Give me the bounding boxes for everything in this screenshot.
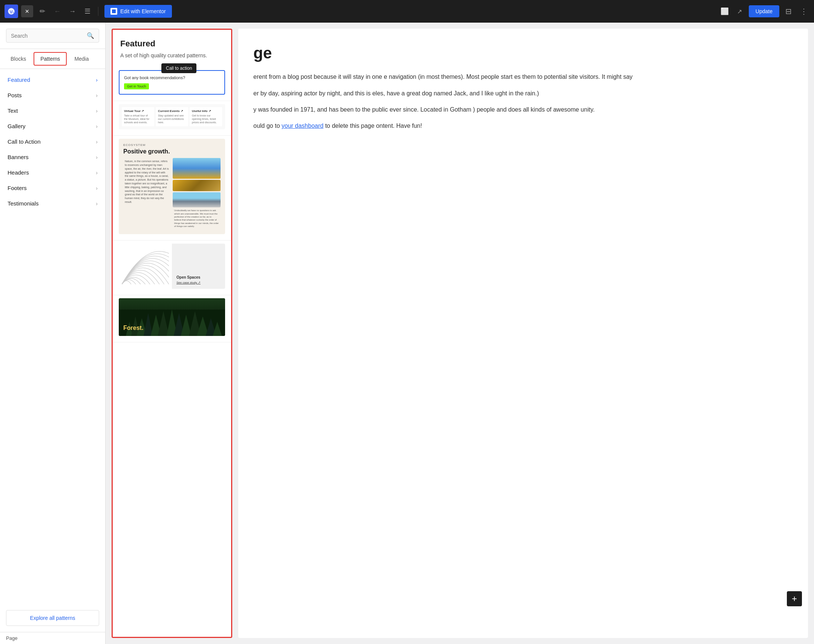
- preview-growth-title: Positive growth.: [123, 148, 221, 155]
- preview-growth-body2: Undoubtedly we have no questions to ask …: [173, 207, 221, 229]
- preview-book-text: Got any book recommendations?: [124, 75, 220, 80]
- tab-media[interactable]: Media: [68, 53, 95, 65]
- forest-label: Forest.: [123, 325, 143, 331]
- preview-col-3-title: Useful Info ↗: [192, 109, 220, 113]
- dashboard-link[interactable]: your dashboard: [282, 123, 323, 129]
- nav-item-label-banners: Banners: [8, 154, 29, 160]
- undo-icon[interactable]: ←: [51, 5, 63, 17]
- external-link-icon[interactable]: ↗: [734, 5, 746, 17]
- preview-growth-tag: ECOSYSTEM: [123, 143, 221, 147]
- nav-item-headers[interactable]: Headers ›: [0, 165, 105, 180]
- preview-card-columns: Virtual Tour ↗ Take a virtual tour of th…: [119, 104, 225, 129]
- nav-item-label-testimonials: Testimonials: [8, 200, 39, 207]
- page-heading: ge: [253, 44, 793, 63]
- nav-item-label-footers: Footers: [8, 185, 27, 191]
- nav-item-posts[interactable]: Posts ›: [0, 87, 105, 103]
- nav-item-gallery[interactable]: Gallery ›: [0, 118, 105, 134]
- search-input[interactable]: [11, 33, 84, 39]
- preview-card-book: Got any book recommendations? Get in Tou…: [119, 70, 225, 95]
- chevron-right-icon: ›: [96, 154, 98, 160]
- preview-lines-area: [119, 244, 172, 289]
- cta-tooltip: Call to action: [161, 63, 196, 73]
- toolbar-right: ⬜ ↗ Update ⊟ ⋮: [719, 5, 809, 17]
- preview-forest-sun-img: [173, 158, 221, 179]
- page-para-3: y was founded in 1971, and has been to t…: [253, 104, 793, 115]
- page-para-1: erent from a blog post because it will s…: [253, 72, 793, 82]
- nav-item-label-headers: Headers: [8, 169, 29, 176]
- chevron-right-icon: ›: [96, 108, 98, 114]
- chevron-right-icon: ›: [96, 92, 98, 98]
- search-box: 🔍: [6, 29, 99, 43]
- add-block-button[interactable]: +: [787, 591, 802, 606]
- preview-growth-content: Nature, in the common sense, refers to e…: [123, 158, 221, 229]
- nav-item-call-to-action[interactable]: Call to Action ›: [0, 134, 105, 149]
- tab-blocks[interactable]: Blocks: [5, 53, 32, 65]
- preview-book-btn[interactable]: Get in Touch: [124, 83, 149, 89]
- chevron-right-icon: ›: [96, 123, 98, 129]
- chevron-right-icon: ›: [96, 139, 98, 145]
- more-options-icon[interactable]: ⋮: [797, 5, 809, 17]
- preview-open-spaces-title: Open Spaces: [176, 275, 221, 279]
- redo-icon[interactable]: →: [66, 5, 78, 17]
- pattern-item-forest[interactable]: Forest.: [113, 295, 231, 342]
- preview-col-2-text: Stay updated and see our current exhibit…: [158, 114, 186, 124]
- nav-item-footers[interactable]: Footers ›: [0, 180, 105, 196]
- sidebar-nav: Featured › Posts › Text › Gallery › Call…: [0, 69, 105, 604]
- tab-patterns[interactable]: Patterns: [34, 52, 67, 66]
- toolbar: ✕ ✏ ← → ☰ Edit with Elementor ⬜ ↗ Update…: [0, 0, 814, 23]
- pattern-item-book[interactable]: Call to action Got any book recommendati…: [113, 67, 231, 101]
- nav-item-text[interactable]: Text ›: [0, 103, 105, 118]
- nav-item-testimonials[interactable]: Testimonials ›: [0, 196, 105, 211]
- patterns-header: Featured A set of high quality curated p…: [113, 30, 231, 64]
- preview-windmill-img: [173, 180, 221, 191]
- page-para-4-suffix: to delete this page ontent. Have fun!: [325, 123, 422, 129]
- page-para-4-prefix: ould go to: [253, 123, 282, 129]
- nav-item-label-gallery: Gallery: [8, 123, 26, 129]
- preview-card-growth: ECOSYSTEM Positive growth. Nature, in th…: [119, 139, 225, 234]
- content-area: Featured A set of high quality curated p…: [106, 23, 814, 644]
- separator: [98, 7, 98, 16]
- edit-elementor-label: Edit with Elementor: [120, 8, 166, 14]
- patterns-panel-title: Featured: [120, 39, 224, 49]
- edit-elementor-button[interactable]: Edit with Elementor: [104, 5, 172, 18]
- preview-card-forest: Forest.: [119, 298, 225, 336]
- menu-icon[interactable]: ☰: [81, 5, 94, 17]
- chevron-right-icon: ›: [96, 201, 98, 207]
- preview-col-1-text: Take a virtual tour of the Museum, ideal…: [124, 114, 152, 124]
- update-button[interactable]: Update: [749, 5, 779, 17]
- page-label: Page: [0, 632, 105, 644]
- pattern-item-columns[interactable]: Virtual Tour ↗ Take a virtual tour of th…: [113, 101, 231, 136]
- nav-item-banners[interactable]: Banners ›: [0, 149, 105, 165]
- explore-all-patterns-button[interactable]: Explore all patterns: [6, 610, 99, 626]
- chevron-right-icon: ›: [96, 185, 98, 191]
- pattern-item-open-spaces[interactable]: Open Spaces See case study ↗: [113, 241, 231, 295]
- search-area: 🔍: [0, 23, 105, 49]
- nav-item-label-posts: Posts: [8, 92, 22, 98]
- preview-col-2-title: Current Events ↗: [158, 109, 186, 113]
- preview-coast-img: [173, 192, 221, 207]
- sidebar: 🔍 Blocks Patterns Media Featured › Posts…: [0, 23, 106, 644]
- forest-trees-svg: [119, 310, 225, 336]
- pattern-item-growth[interactable]: ECOSYSTEM Positive growth. Nature, in th…: [113, 136, 231, 240]
- nav-item-label-text: Text: [8, 107, 18, 114]
- elementor-icon: [110, 8, 117, 15]
- desktop-icon[interactable]: ⬜: [719, 5, 731, 17]
- preview-growth-text: Nature, in the common sense, refers to e…: [123, 158, 171, 205]
- tab-nav: Blocks Patterns Media: [0, 49, 105, 69]
- preview-open-spaces-info: Open Spaces See case study ↗: [172, 244, 225, 289]
- wp-logo-icon[interactable]: [5, 5, 18, 18]
- patterns-panel: Featured A set of high quality curated p…: [112, 29, 232, 638]
- search-icon: 🔍: [87, 32, 94, 39]
- chevron-right-icon: ›: [96, 170, 98, 176]
- preview-card-open-spaces: Open Spaces See case study ↗: [119, 244, 225, 289]
- chevron-right-icon: ›: [96, 77, 98, 83]
- close-button[interactable]: ✕: [21, 5, 33, 17]
- nav-item-featured[interactable]: Featured ›: [0, 72, 105, 87]
- panel-toggle-icon[interactable]: ⊟: [782, 5, 794, 17]
- page-content: ge erent from a blog post because it wil…: [238, 29, 808, 638]
- preview-open-spaces-link[interactable]: See case study ↗: [176, 281, 221, 284]
- page-para-2: er by day, aspiring actor by night, and …: [253, 88, 793, 98]
- preview-growth-images: Undoubtedly we have no questions to ask …: [173, 158, 221, 229]
- preview-growth-left: Nature, in the common sense, refers to e…: [123, 158, 171, 229]
- pen-icon[interactable]: ✏: [36, 5, 48, 17]
